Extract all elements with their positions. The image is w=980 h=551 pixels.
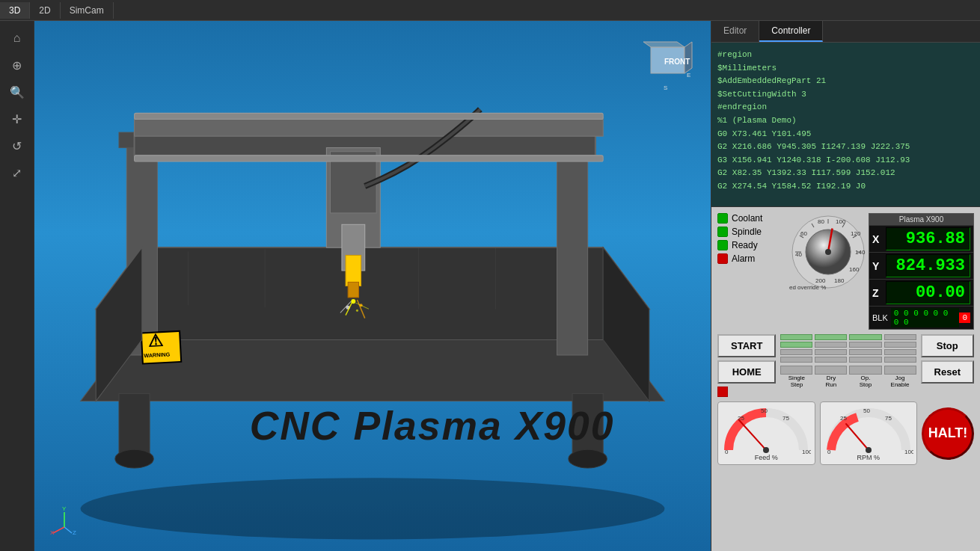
controls-row: START HOME: [717, 334, 974, 397]
feed-gauge-label: Feed %: [755, 454, 778, 461]
svg-text:75: 75: [783, 415, 789, 422]
mode-col-dry[interactable]: DryRun: [815, 366, 847, 389]
tab-3d[interactable]: 3D: [0, 2, 30, 19]
svg-text:180: 180: [834, 277, 845, 284]
code-line-10: G3 X156.941 Y1240.318 I-200.608 J112.93: [717, 154, 974, 167]
alarm-dot: [717, 253, 728, 264]
mode-col-single[interactable]: SingleStep: [780, 366, 812, 389]
svg-point-38: [569, 449, 607, 468]
feed-bar-4: [884, 334, 916, 363]
svg-rect-31: [135, 156, 604, 161]
pan-icon[interactable]: ✛: [6, 108, 28, 130]
svg-text:Y: Y: [62, 505, 67, 512]
coolant-dot: [717, 213, 728, 224]
dro-blk-value: 0 0 0 0 0 0 0 0: [891, 308, 960, 327]
tab-2d[interactable]: 2D: [30, 2, 60, 19]
stop-button[interactable]: Stop: [921, 334, 974, 357]
spindle-label: Spindle: [732, 227, 762, 237]
svg-rect-20: [346, 255, 361, 286]
svg-rect-35: [119, 393, 150, 455]
svg-text:⚠: ⚠: [147, 330, 164, 350]
dro-blk-label: BLK: [872, 313, 888, 322]
right-panel: Editor Controller #region $Millimeters $…: [711, 21, 980, 551]
dro-z-value: 00.00: [886, 281, 970, 304]
svg-text:75: 75: [885, 415, 892, 422]
dro-y-value: 824.933: [886, 254, 970, 277]
tab-editor[interactable]: Editor: [711, 21, 759, 42]
spindle-dot: [717, 227, 728, 237]
dro-x-axis: X: [872, 233, 886, 245]
rpm-gauge: 0 25 50 75 100 RPM %: [820, 401, 918, 465]
controller-panel: Coolant Spindle Ready Alarm: [711, 207, 980, 551]
ready-status: Ready: [717, 240, 785, 250]
mode-col-jog[interactable]: JogEnable: [884, 366, 916, 389]
dro-blk-row: BLK 0 0 0 0 0 0 0 0 0: [869, 307, 973, 329]
svg-text:50: 50: [761, 407, 768, 414]
svg-text:X: X: [50, 529, 55, 535]
feed-bar-1: [780, 334, 812, 363]
cnc-machine-svg: ⚠ WARNING CNC Plasma X900: [34, 21, 711, 551]
left-toolbar: ⌂ ⊕ 🔍 ✛ ↺ ⤢: [0, 21, 34, 551]
tab-simcam[interactable]: SimCam: [61, 2, 114, 19]
dro-panel: Plasma X900 X 936.88 Y 824.933 Z 00.00: [869, 213, 974, 330]
svg-marker-1: [643, 42, 685, 47]
spindle-status: Spindle: [717, 227, 785, 237]
ready-label: Ready: [732, 240, 758, 250]
expand-icon[interactable]: ⤢: [6, 161, 28, 184]
home-button[interactable]: HOME: [717, 360, 776, 384]
mode-labels-row: SingleStep DryRun Op.Stop JogEnable: [780, 366, 916, 389]
home-icon[interactable]: ⌂: [6, 27, 28, 49]
dro-x-value: 936.88: [886, 227, 970, 250]
svg-text:WARNING: WARNING: [144, 351, 171, 359]
zoom-icon[interactable]: 🔍: [6, 81, 28, 103]
main-buttons: START HOME: [717, 334, 776, 397]
svg-rect-30: [135, 113, 604, 119]
running-indicator: [717, 387, 728, 397]
svg-rect-16: [135, 117, 604, 137]
alarm-label: Alarm: [732, 253, 755, 264]
svg-text:25: 25: [840, 415, 847, 422]
svg-rect-21: [348, 282, 358, 298]
svg-line-45: [64, 527, 72, 533]
svg-text:CNC Plasma X900: CNC Plasma X900: [250, 404, 615, 448]
code-line-3: $AddEmbeddedRegPart 21: [717, 75, 974, 88]
svg-text:E: E: [687, 72, 690, 79]
svg-line-47: [53, 527, 64, 533]
code-editor[interactable]: #region $Millimeters $AddEmbeddedRegPart…: [711, 43, 980, 207]
svg-text:0: 0: [827, 449, 831, 454]
status-row: Coolant Spindle Ready Alarm: [717, 213, 974, 330]
nav-cube[interactable]: FRONT S E: [636, 36, 696, 96]
reset-button[interactable]: Reset: [921, 360, 974, 384]
3d-viewport[interactable]: FRONT S E: [34, 21, 711, 551]
svg-point-78: [763, 447, 769, 453]
code-line-12: G2 X274.54 Y1584.52 I192.19 J0: [717, 180, 974, 194]
feed-gauge: 0 25 50 75 100 Feed %: [717, 401, 815, 465]
svg-point-70: [825, 249, 831, 255]
svg-text:Feed override %: Feed override %: [789, 284, 826, 291]
tab-controller[interactable]: Controller: [759, 21, 823, 42]
mode-col-op[interactable]: Op.Stop: [849, 366, 881, 389]
halt-button[interactable]: HALT!: [922, 407, 974, 460]
svg-text:FRONT: FRONT: [664, 58, 690, 66]
dry-run-label: DryRun: [815, 375, 847, 389]
zoom-fit-icon[interactable]: ⊕: [6, 54, 28, 76]
undo-icon[interactable]: ↺: [6, 135, 28, 157]
svg-point-6: [81, 478, 665, 539]
single-step-label: SingleStep: [780, 375, 812, 389]
stop-reset-buttons: Stop Reset: [921, 334, 974, 384]
main-content: ⌂ ⊕ 🔍 ✛ ↺ ⤢ FRONT S E: [0, 21, 980, 551]
start-button[interactable]: START: [717, 334, 776, 357]
svg-point-25: [356, 310, 358, 312]
code-line-11: G2 X82.35 Y1392.33 I117.599 J152.012: [717, 167, 974, 180]
svg-text:Z: Z: [73, 529, 76, 535]
dro-x-row: X 936.88: [869, 226, 973, 253]
feed-override-gauge: 40 60 80 100 120 140 160 180 200: [789, 213, 864, 288]
dro-z-axis: Z: [872, 287, 886, 299]
alarm-status: Alarm: [717, 253, 785, 264]
svg-text:80: 80: [818, 218, 824, 225]
dro-y-row: Y 824.933: [869, 253, 973, 280]
coolant-label: Coolant: [732, 213, 762, 224]
svg-marker-9: [142, 247, 603, 339]
svg-text:160: 160: [849, 266, 860, 273]
code-line-4: $SetCuttingWidth 3: [717, 88, 974, 102]
